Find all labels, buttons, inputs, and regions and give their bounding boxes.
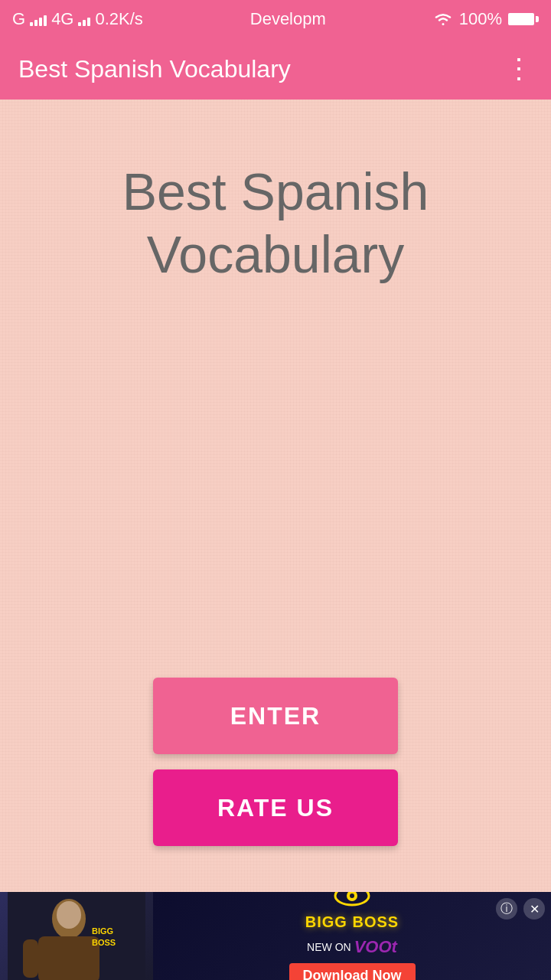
svg-point-9: [350, 893, 354, 898]
data-speed: 0.2K/s: [95, 9, 142, 29]
buttons-area: ENTER RATE US: [153, 678, 398, 846]
svg-rect-2: [38, 936, 99, 980]
rate-us-button[interactable]: RATE US: [153, 769, 398, 846]
ad-image: BIGG BOSS: [0, 892, 153, 980]
ad-close-icon[interactable]: ✕: [523, 898, 545, 920]
ad-bigg-boss-text: BIGG BOSS: [305, 913, 399, 931]
svg-text:BIGG: BIGG: [92, 926, 113, 936]
signal-bars: [30, 12, 47, 26]
status-left: G 4G 0.2K/s: [12, 9, 143, 29]
status-bar: G 4G 0.2K/s Developm 100%: [0, 0, 551, 38]
hero-title: Best Spanish Vocabulary: [0, 161, 551, 286]
wifi-icon: [433, 11, 453, 27]
ad-voot-text: VOOt: [354, 937, 397, 957]
app-bar: Best Spanish Vocabulary ⋮: [0, 38, 551, 100]
svg-text:BOSS: BOSS: [92, 938, 116, 947]
network-type: 4G: [51, 9, 73, 29]
ad-content: BIGG BOSS NEW ON VOOt Download Now: [153, 892, 551, 980]
status-center: Developm: [250, 9, 326, 29]
main-content: Best Spanish Vocabulary ENTER RATE US: [0, 100, 551, 892]
svg-point-4: [57, 901, 81, 929]
enter-button[interactable]: ENTER: [153, 678, 398, 754]
ad-new-on-text: NEW ON: [307, 941, 351, 953]
app-bar-title: Best Spanish Vocabulary: [18, 55, 291, 83]
app-name-status: Developm: [250, 9, 326, 28]
battery-percent: 100%: [459, 9, 502, 29]
status-right: 100%: [433, 9, 539, 29]
ad-info-icon[interactable]: ⓘ: [496, 898, 517, 920]
carrier-text: G: [12, 9, 25, 29]
ad-logo: [333, 892, 371, 907]
signal-bars-2: [78, 12, 90, 26]
ad-eye-svg: [333, 892, 371, 907]
battery-icon: [508, 13, 539, 25]
ad-download-button[interactable]: Download Now: [289, 963, 416, 981]
ad-person-svg: BIGG BOSS: [8, 892, 145, 980]
overflow-menu-icon[interactable]: ⋮: [505, 55, 533, 83]
ad-banner: BIGG BOSS BIGG BOSS NEW ON VOOt Download…: [0, 892, 551, 980]
svg-rect-3: [23, 939, 38, 978]
